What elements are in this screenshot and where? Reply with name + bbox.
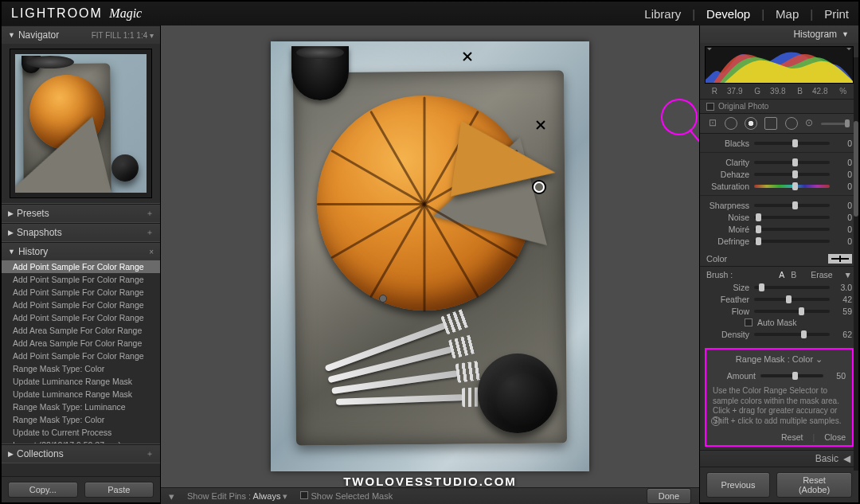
checkbox-icon	[745, 318, 752, 326]
range-mask-reset[interactable]: Reset	[781, 432, 803, 442]
slider-dehaze[interactable]: Dehaze 0	[706, 168, 852, 180]
snapshots-add-icon[interactable]: ＋	[146, 227, 154, 238]
slider-clarity[interactable]: Clarity 0	[706, 156, 852, 168]
history-item[interactable]: Range Mask Type: Color	[2, 413, 160, 426]
history-item[interactable]: Add Point Sample For Color Range	[2, 286, 160, 299]
toolbar-collapse-icon[interactable]: ▾	[169, 490, 174, 502]
color-effect-row[interactable]: Color	[700, 252, 858, 266]
navigator-header[interactable]: ▼ Navigator FIT FILL 1:1 1:4 ▾	[2, 26, 160, 44]
radial-tool-icon[interactable]	[785, 117, 798, 130]
brush-label: Brush :	[706, 270, 733, 279]
module-print[interactable]: Print	[824, 7, 849, 21]
center-area: ▾ Show Edit Pins : Always ▾ Show Selecte…	[161, 25, 699, 502]
reset-button[interactable]: Reset (Adobe)	[776, 472, 852, 498]
history-item[interactable]: Import (22/10/17 9:50:37 am)	[2, 439, 160, 443]
done-button[interactable]: Done	[647, 488, 691, 504]
history-item[interactable]: Add Area Sample For Color Range	[2, 337, 160, 350]
logo-main: LIGHTROOM	[11, 6, 103, 20]
navigator-zoom-options[interactable]: FIT FILL 1:1 1:4 ▾	[92, 31, 154, 40]
app-logo: LIGHTROOM Magic	[11, 6, 142, 21]
paste-button[interactable]: Paste	[84, 482, 154, 498]
checkbox-icon	[706, 103, 714, 111]
redeye-tool-icon[interactable]	[745, 117, 757, 130]
slider-moire[interactable]: Moiré 0	[706, 223, 852, 235]
range-mask-close[interactable]: Close	[824, 432, 846, 442]
tool-strip: ⊡ ⊙	[700, 114, 858, 134]
show-edit-pins-label: Show Edit Pins : Always ▾	[187, 491, 287, 502]
module-map[interactable]: Map	[776, 7, 799, 21]
basic-panel-header[interactable]: Basic ◀	[700, 450, 858, 467]
right-panel: Histogram ▼ R37.9 G39.8 B42.8 %	[699, 25, 858, 502]
history-item[interactable]: Range Mask Type: Color	[2, 362, 160, 375]
snapshots-header[interactable]: ▶ Snapshots ＋	[2, 224, 160, 241]
history-item[interactable]: Add Point Sample For Color Range	[2, 273, 160, 286]
auto-mask-toggle[interactable]: Auto Mask	[706, 317, 852, 328]
disclosure-triangle-icon: ▶	[8, 450, 14, 458]
brush-erase[interactable]: Erase	[811, 270, 832, 279]
slider-sharpness[interactable]: Sharpness 0	[706, 199, 852, 211]
history-item[interactable]: Update Luminance Range Mask	[2, 375, 160, 388]
navigator-preview[interactable]	[10, 49, 152, 198]
snapshots-title: Snapshots	[17, 227, 62, 238]
slider-flow[interactable]: Flow 59	[706, 305, 852, 317]
slider-size[interactable]: Size 3.0	[706, 281, 852, 293]
presets-header[interactable]: ▶ Presets ＋	[2, 205, 160, 222]
range-mask-title[interactable]: Range Mask : Color ⌄	[713, 354, 846, 365]
histogram-display[interactable]	[705, 46, 854, 84]
chevron-down-icon[interactable]: ▾	[283, 491, 287, 501]
pins-mode-value[interactable]: Always	[253, 491, 281, 501]
history-item[interactable]: Add Point Sample For Color Range	[2, 350, 160, 362]
logo-script: Magic	[109, 6, 142, 20]
right-scrollbar[interactable]	[854, 57, 858, 471]
slider-saturation[interactable]: Saturation 0	[706, 180, 852, 192]
slider-defringe[interactable]: Defringe 0	[706, 235, 852, 247]
history-item[interactable]: Add Point Sample For Color Range	[2, 299, 160, 311]
slider-feather[interactable]: Feather 42	[706, 293, 852, 305]
annotation-circle	[661, 99, 698, 135]
spot-tool-icon[interactable]	[725, 117, 737, 130]
navigator-title: Navigator	[18, 29, 59, 41]
info-icon: i	[711, 416, 721, 426]
slider-noise[interactable]: Noise 0	[706, 211, 852, 223]
left-footer: Copy... Paste	[2, 476, 160, 502]
brush-a[interactable]: A	[779, 270, 784, 279]
collections-add-icon[interactable]: ＋	[146, 448, 154, 459]
color-swatch-icon[interactable]	[828, 254, 852, 264]
presets-add-icon[interactable]: ＋	[146, 208, 154, 219]
collections-header[interactable]: ▶ Collections ＋	[2, 445, 160, 463]
histogram-header[interactable]: Histogram ▼	[700, 25, 858, 43]
module-library[interactable]: Library	[644, 7, 681, 21]
brush-section: Brush : A B Erase ▼ Size 3.0 Feather	[700, 266, 858, 345]
history-header[interactable]: ▼ History ×	[2, 243, 160, 260]
brush-tool-icon[interactable]: ⊙	[805, 117, 814, 130]
graduated-tool-icon[interactable]	[764, 117, 777, 130]
module-develop[interactable]: Develop	[706, 7, 750, 21]
history-clear-icon[interactable]: ×	[149, 248, 154, 256]
disclosure-triangle-icon[interactable]: ▼	[844, 270, 852, 279]
show-selected-mask-toggle[interactable]: Show Selected Mask	[300, 491, 393, 501]
history-list: Add Point Sample For Color RangeAdd Poin…	[2, 260, 160, 443]
history-item[interactable]: Update to Current Process	[2, 426, 160, 439]
develop-toolbar: ▾ Show Edit Pins : Always ▾ Show Selecte…	[161, 487, 699, 504]
crop-tool-icon[interactable]: ⊡	[709, 117, 717, 130]
original-photo-toggle[interactable]: Original Photo	[700, 100, 858, 114]
slider-density[interactable]: Density 62	[706, 328, 852, 340]
previous-button[interactable]: Previous	[706, 472, 770, 498]
history-item[interactable]: Add Point Sample For Color Range	[2, 311, 160, 324]
history-item[interactable]: Add Point Sample For Color Range	[2, 260, 160, 273]
slider-range-amount[interactable]: Amount 50	[713, 369, 846, 381]
history-item[interactable]: Add Area Sample For Color Range	[2, 324, 160, 337]
copy-button[interactable]: Copy...	[8, 482, 78, 498]
history-item[interactable]: Range Mask Type: Luminance	[2, 400, 160, 413]
module-switcher: Library | Develop | Map | Print	[644, 7, 849, 21]
brush-b[interactable]: B	[791, 270, 796, 279]
chevron-down-icon[interactable]: ⌄	[815, 354, 823, 364]
effect-sliders: Blacks 0 Clarity 0 Dehaze 0 Saturation	[700, 134, 858, 252]
tool-slider[interactable]	[821, 123, 850, 125]
slider-blacks[interactable]: Blacks 0	[706, 137, 852, 149]
history-item[interactable]: Update Luminance Range Mask	[2, 388, 160, 400]
checkbox-icon	[300, 491, 308, 499]
disclosure-triangle-icon: ▶	[8, 209, 14, 217]
image-canvas[interactable]	[161, 25, 699, 487]
collections-title: Collections	[17, 448, 64, 459]
